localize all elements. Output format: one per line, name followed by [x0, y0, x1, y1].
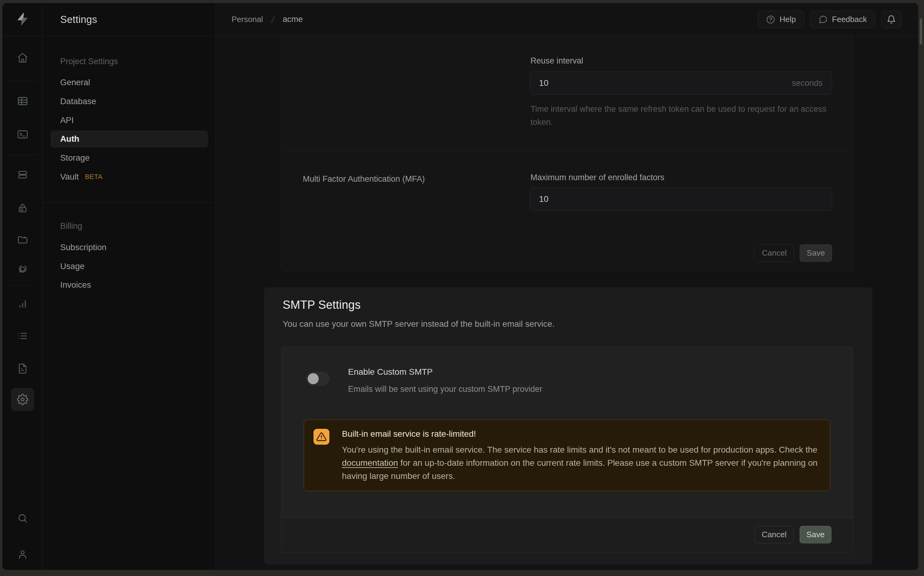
rail-item-auth[interactable] — [11, 198, 34, 218]
breadcrumb: Personal / acme — [232, 3, 303, 36]
rail-item-database[interactable] — [11, 165, 34, 184]
settings-nav: Project Settings General Database API Au… — [43, 36, 215, 570]
app-window: Settings Project Settings General Databa… — [2, 3, 918, 570]
rail-item-table-editor[interactable] — [11, 91, 34, 111]
sidebar-item-subscription[interactable]: Subscription — [50, 239, 208, 256]
rate-limit-warning: Built-in email service is rate-limited! … — [304, 420, 830, 491]
page-title: Settings — [60, 14, 97, 26]
auth-settings-panel: Reuse interval seconds Time interval whe… — [281, 36, 853, 271]
smtp-cancel-button[interactable]: Cancel — [755, 526, 794, 543]
rail-item-sql-editor[interactable] — [11, 125, 34, 144]
help-circle-icon — [766, 15, 775, 24]
reuse-interval-input[interactable]: seconds — [530, 72, 832, 95]
smtp-settings-description: You can use your own SMTP server instead… — [283, 319, 554, 329]
rail-divider — [7, 155, 38, 155]
sidebar-item-usage[interactable]: Usage — [50, 258, 208, 275]
documentation-link[interactable]: documentation — [342, 458, 398, 467]
header-actions: Help Feedback — [758, 3, 902, 36]
auth-save-button[interactable]: Save — [800, 244, 832, 262]
auth-lock-icon — [17, 202, 29, 214]
rail-item-home[interactable] — [11, 48, 34, 67]
reports-chart-icon — [17, 298, 29, 310]
beta-badge: BETA — [85, 173, 102, 181]
breadcrumb-project[interactable]: acme — [283, 14, 303, 24]
settings-sidebar-header: Settings — [43, 3, 215, 36]
nav-section-project-settings: Project Settings — [60, 57, 118, 66]
database-icon — [17, 169, 29, 181]
smtp-card-footer: Cancel Save — [282, 518, 853, 552]
rail-item-api-docs[interactable] — [11, 359, 34, 378]
sidebar-item-invoices[interactable]: Invoices — [50, 277, 208, 293]
content-scroll-area[interactable]: Reuse interval seconds Time interval whe… — [216, 36, 918, 570]
nav-section-billing: Billing — [60, 221, 82, 231]
smtp-settings-card: Enable Custom SMTP Emails will be sent u… — [281, 347, 853, 553]
sidebar-item-api[interactable]: API — [50, 112, 208, 129]
home-icon — [17, 52, 29, 64]
table-editor-icon — [17, 95, 29, 107]
storage-icon — [17, 233, 29, 245]
feedback-bubble-icon — [818, 15, 828, 24]
rail-item-logs[interactable] — [11, 326, 34, 346]
top-bar: Personal / acme Help Feedback — [216, 3, 918, 36]
realtime-orbit-icon — [17, 263, 29, 275]
feedback-button[interactable]: Feedback — [810, 11, 875, 28]
rail-divider — [7, 285, 38, 285]
sidebar-item-general[interactable]: General — [50, 74, 208, 91]
rail-item-settings[interactable] — [11, 388, 34, 411]
warning-title: Built-in email service is rate-limited! — [342, 429, 476, 439]
file-doc-icon — [17, 363, 29, 374]
enable-custom-smtp-description: Emails will be sent using your custom SM… — [348, 384, 542, 394]
toggle-knob — [308, 373, 319, 384]
rail-body — [2, 36, 42, 570]
sidebar-item-auth[interactable]: Auth — [50, 130, 208, 147]
rail-item-reports[interactable] — [11, 294, 34, 314]
auth-cancel-button[interactable]: Cancel — [754, 244, 794, 262]
rail-header — [2, 3, 42, 36]
desktop-frame: Settings Project Settings General Databa… — [0, 0, 924, 576]
reuse-interval-unit: seconds — [792, 78, 823, 88]
sidebar-item-storage[interactable]: Storage — [50, 149, 208, 166]
help-button[interactable]: Help — [758, 11, 804, 28]
rail-item-search[interactable] — [11, 509, 34, 528]
warning-triangle-icon — [314, 429, 329, 445]
main-column: Personal / acme Help Feedback — [216, 3, 918, 570]
rail-item-profile[interactable] — [11, 544, 34, 564]
breadcrumb-separator: / — [271, 14, 275, 25]
sql-editor-icon — [17, 129, 29, 140]
warning-body: You're using the built-in email service.… — [342, 443, 823, 483]
mfa-max-factors-input[interactable] — [530, 187, 832, 211]
enable-custom-smtp-toggle[interactable] — [306, 372, 329, 386]
settings-gear-icon — [17, 394, 29, 405]
sidebar-item-vault[interactable]: Vault BETA — [50, 168, 208, 186]
profile-user-icon — [17, 549, 29, 560]
breadcrumb-org[interactable]: Personal — [232, 14, 263, 24]
logs-list-icon — [17, 330, 29, 342]
sidebar-item-database[interactable]: Database — [50, 93, 208, 110]
window-scrollbar[interactable] — [920, 18, 922, 45]
bell-icon — [886, 14, 896, 24]
smtp-settings-section: SMTP Settings You can use your own SMTP … — [264, 287, 872, 565]
mfa-row-label: Multi Factor Authentication (MFA) — [303, 174, 425, 184]
smtp-save-button[interactable]: Save — [800, 526, 831, 543]
reuse-interval-label: Reuse interval — [530, 56, 583, 66]
mfa-field-label: Maximum number of enrolled factors — [530, 173, 664, 182]
rail-item-storage[interactable] — [11, 229, 34, 249]
reuse-interval-help: Time interval where the same refresh tok… — [530, 102, 839, 129]
enable-custom-smtp-label: Enable Custom SMTP — [348, 367, 433, 377]
settings-sidebar: Settings Project Settings General Databa… — [43, 3, 216, 570]
rail-item-realtime[interactable] — [11, 259, 34, 279]
supabase-logo[interactable] — [16, 12, 30, 27]
smtp-settings-title: SMTP Settings — [283, 298, 360, 312]
notifications-button[interactable] — [881, 11, 902, 28]
panel-divider — [282, 150, 853, 150]
icon-rail — [2, 3, 43, 570]
search-icon — [17, 512, 29, 524]
